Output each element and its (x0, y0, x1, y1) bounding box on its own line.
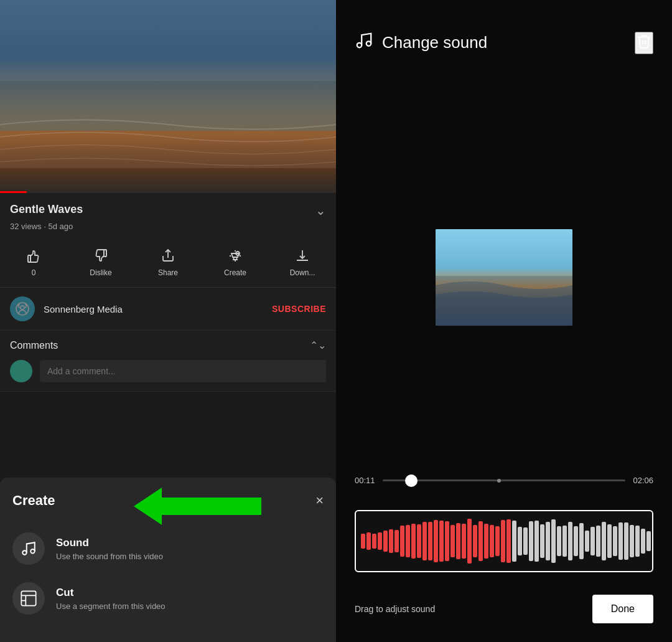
video-preview-container (336, 73, 672, 476)
sound-item-description: Use the sound from this video (56, 552, 163, 561)
create-button[interactable]: Create (202, 243, 269, 282)
arrow-head (134, 488, 162, 525)
thumbs-up-icon (26, 248, 41, 266)
change-sound-title: Change sound (382, 33, 487, 52)
arrow-indicator (134, 488, 261, 525)
svg-point-16 (366, 41, 371, 46)
comment-input[interactable] (40, 360, 326, 382)
delete-sound-button[interactable] (635, 32, 653, 54)
cut-item-description: Use a segment from this video (56, 602, 166, 611)
sound-item-title: Sound (56, 537, 163, 549)
dislike-label: Dislike (90, 268, 111, 277)
create-sound-item[interactable]: Sound Use the sound from this video (12, 524, 324, 574)
commenter-avatar (10, 360, 32, 382)
svg-point-8 (21, 306, 24, 309)
drag-hint-text: Drag to adjust sound (355, 604, 435, 614)
music-note-icon (355, 31, 373, 54)
chevron-down-icon[interactable]: ⌄ (315, 203, 326, 218)
end-time-label: 02:06 (633, 476, 653, 485)
like-count: 0 (32, 268, 36, 277)
comments-title: Comments (10, 340, 58, 351)
timeline-track[interactable] (383, 479, 626, 481)
download-icon (295, 248, 310, 266)
video-info: Gentle Waves ⌄ 32 views · 5d ago (0, 193, 336, 238)
sound-item-text: Sound Use the sound from this video (56, 537, 163, 561)
download-button[interactable]: Down... (269, 243, 336, 282)
view-count: 32 views (10, 222, 42, 231)
create-icon (228, 248, 243, 266)
timeline-dot (497, 479, 501, 483)
create-modal-title: Create (12, 493, 55, 509)
video-preview-thumbnail (436, 229, 572, 326)
share-button[interactable]: Share (134, 243, 202, 282)
timeline-thumb[interactable] (405, 474, 418, 487)
bottom-row: Drag to adjust sound Done (336, 585, 672, 642)
like-button[interactable]: 0 (0, 243, 67, 282)
time-ago: 5d ago (48, 222, 73, 231)
waveform-container[interactable] (355, 510, 653, 572)
arrow-body (162, 498, 261, 515)
svg-point-9 (22, 550, 27, 555)
left-panel: Gentle Waves ⌄ 32 views · 5d ago 0 (0, 0, 336, 642)
create-cut-item[interactable]: Cut Use a segment from this video (12, 574, 324, 623)
create-label: Create (224, 268, 246, 277)
thumbs-down-icon (93, 248, 108, 266)
comments-header: Comments ⌃⌄ (10, 339, 326, 351)
svg-rect-11 (21, 591, 35, 605)
svg-point-10 (30, 549, 35, 554)
change-sound-header: Change sound (336, 0, 672, 73)
timeline-row: 00:11 02:06 (355, 476, 653, 485)
svg-point-7 (16, 303, 29, 315)
video-preview-ocean (436, 276, 572, 326)
change-sound-left: Change sound (355, 31, 487, 54)
channel-avatar[interactable] (10, 296, 35, 321)
svg-point-15 (357, 43, 362, 48)
done-button[interactable]: Done (592, 595, 653, 623)
dislike-button[interactable]: Dislike (67, 243, 134, 282)
video-progress-bar (0, 191, 27, 193)
svg-rect-4 (28, 255, 30, 262)
channel-row: Sonnenberg Media SUBSCRIBE (0, 288, 336, 331)
comment-input-row (10, 360, 326, 382)
timeline-section: 00:11 02:06 (336, 476, 672, 510)
download-label: Down... (290, 268, 315, 277)
start-time-label: 00:11 (355, 476, 375, 485)
share-icon (161, 248, 175, 266)
share-label: Share (158, 268, 178, 277)
cut-item-text: Cut Use a segment from this video (56, 587, 166, 611)
svg-rect-5 (104, 250, 106, 257)
channel-name: Sonnenberg Media (44, 304, 272, 314)
expand-comments-icon[interactable]: ⌃⌄ (310, 339, 326, 351)
video-title: Gentle Waves (10, 203, 83, 216)
close-modal-button[interactable]: × (315, 493, 324, 509)
sound-item-icon-container (12, 532, 45, 565)
video-thumbnail[interactable] (0, 0, 336, 193)
action-buttons-row: 0 Dislike Share (0, 238, 336, 288)
video-meta: 32 views · 5d ago (10, 222, 326, 231)
cut-item-icon-container (12, 582, 45, 615)
cut-item-title: Cut (56, 587, 166, 599)
right-panel: Change sound (336, 0, 672, 642)
subscribe-button[interactable]: SUBSCRIBE (272, 304, 326, 314)
comments-section: Comments ⌃⌄ (0, 331, 336, 392)
